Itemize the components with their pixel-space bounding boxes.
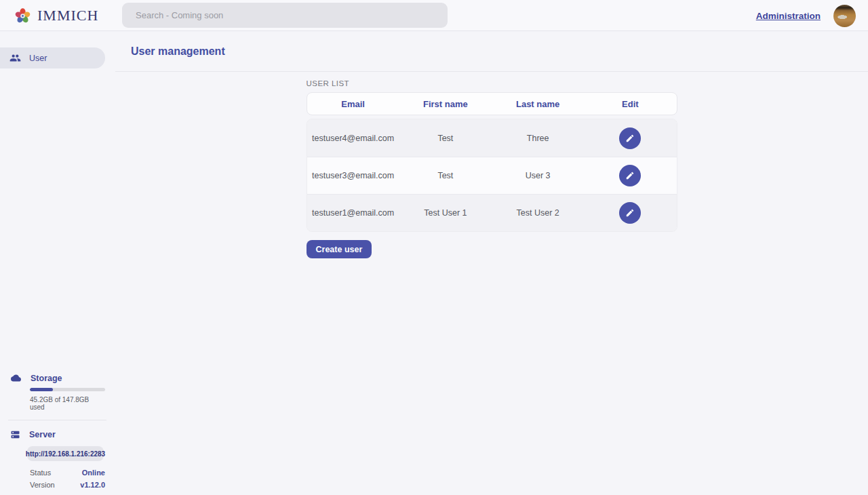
cell-last-name: User 3 bbox=[492, 171, 584, 180]
table-header-row: Email First name Last name Edit bbox=[307, 92, 677, 115]
status-label: Status bbox=[30, 469, 51, 477]
storage-section-header: Storage bbox=[0, 373, 105, 383]
server-section-header: Server bbox=[0, 429, 105, 440]
server-version-row: Version v1.12.0 bbox=[30, 481, 105, 489]
section-label: USER LIST bbox=[307, 79, 677, 87]
pencil-icon bbox=[625, 134, 635, 143]
cell-email: testuser3@email.com bbox=[307, 171, 399, 180]
pencil-icon bbox=[625, 208, 635, 218]
cell-first-name: Test User 1 bbox=[399, 208, 492, 218]
column-header-last-name: Last name bbox=[492, 99, 584, 109]
sidebar-divider bbox=[8, 420, 106, 420]
sidebar-item-label: User bbox=[29, 54, 47, 63]
top-navbar: IMMICH Administration bbox=[0, 0, 868, 31]
cell-first-name: Test bbox=[399, 171, 492, 180]
server-status-row: Status Online bbox=[30, 469, 105, 477]
user-row: testuser3@email.com Test User 3 bbox=[307, 157, 677, 194]
storage-progress-bar bbox=[30, 388, 105, 391]
main-content: User management USER LIST Email First na… bbox=[115, 31, 868, 495]
navbar-right: Administration bbox=[756, 0, 856, 31]
cell-email: testuser1@email.com bbox=[307, 208, 399, 218]
cell-email: testuser4@email.com bbox=[307, 134, 399, 143]
version-value: v1.12.0 bbox=[80, 481, 105, 489]
server-icon bbox=[9, 429, 21, 440]
sidebar-footer: Storage 45.2GB of 147.8GB used Server ht… bbox=[0, 373, 105, 489]
column-header-edit: Edit bbox=[584, 99, 676, 109]
column-header-first-name: First name bbox=[399, 99, 492, 109]
pencil-icon bbox=[625, 171, 635, 180]
storage-label: Storage bbox=[31, 374, 62, 383]
storage-progress-fill bbox=[30, 388, 53, 391]
create-user-button[interactable]: Create user bbox=[307, 240, 372, 258]
server-url-badge: http://192.168.1.216:2283 bbox=[27, 446, 104, 461]
sidebar-item-user[interactable]: User bbox=[0, 47, 105, 68]
user-avatar[interactable] bbox=[833, 5, 856, 27]
content-header: User management bbox=[115, 31, 868, 72]
version-label: Version bbox=[30, 481, 55, 489]
cell-last-name: Test User 2 bbox=[492, 208, 584, 218]
brand[interactable]: IMMICH bbox=[14, 0, 98, 31]
immich-logo-icon bbox=[14, 7, 32, 25]
administration-link[interactable]: Administration bbox=[756, 11, 821, 21]
edit-user-button[interactable] bbox=[619, 202, 641, 224]
column-header-email: Email bbox=[307, 99, 399, 109]
sidebar: User Storage 45.2GB of 147.8GB used bbox=[0, 31, 105, 495]
table-body: testuser4@email.com Test Three testuser3… bbox=[307, 119, 677, 232]
user-list-section: USER LIST Email First name Last name Edi… bbox=[307, 79, 677, 258]
edit-user-button[interactable] bbox=[619, 127, 641, 149]
status-value: Online bbox=[82, 469, 105, 477]
search-input[interactable] bbox=[122, 3, 448, 28]
users-icon bbox=[9, 52, 21, 64]
edit-user-button[interactable] bbox=[619, 165, 641, 186]
cell-first-name: Test bbox=[399, 134, 492, 143]
storage-usage-text: 45.2GB of 147.8GB used bbox=[30, 396, 105, 411]
cloud-icon bbox=[9, 373, 22, 383]
page-title: User management bbox=[131, 45, 225, 58]
brand-title: IMMICH bbox=[37, 7, 98, 24]
server-label: Server bbox=[29, 430, 56, 439]
cell-last-name: Three bbox=[492, 134, 584, 143]
user-row: testuser4@email.com Test Three bbox=[307, 119, 677, 157]
user-row: testuser1@email.com Test User 1 Test Use… bbox=[307, 194, 677, 231]
